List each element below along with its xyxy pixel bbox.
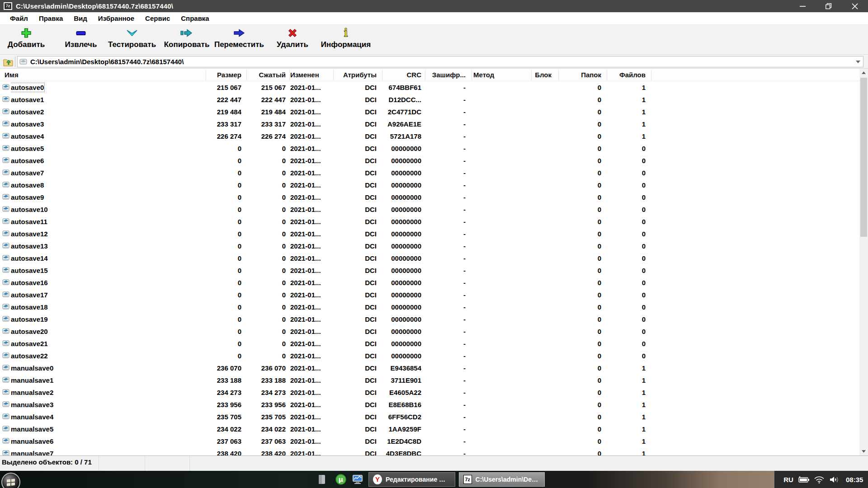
table-row[interactable]: autosave14002021-01...DCI00000000-00	[0, 252, 859, 264]
extract-button[interactable]: Извлечь	[52, 27, 110, 53]
table-row[interactable]: manualsave0236 070236 0702021-01...DCIE9…	[0, 362, 859, 374]
item-encrypted: -	[410, 179, 466, 191]
clock[interactable]: 08:35	[846, 476, 863, 483]
table-row[interactable]: autosave11002021-01...DCI00000000-00	[0, 216, 859, 228]
table-row[interactable]: autosave5002021-01...DCI00000000-00	[0, 142, 859, 155]
speaker-icon[interactable]	[827, 476, 842, 483]
scrollbar-thumb[interactable]	[860, 78, 867, 237]
table-row[interactable]: autosave2219 484219 4842021-01...DCI2C47…	[0, 106, 859, 118]
item-files: 1	[590, 386, 646, 399]
table-row[interactable]: autosave20002021-01...DCI00000000-00	[0, 325, 859, 338]
item-block	[497, 362, 552, 374]
table-row[interactable]: autosave0215 067215 0672021-01...DCI674B…	[0, 81, 859, 94]
table-row[interactable]: autosave10002021-01...DCI00000000-00	[0, 203, 859, 216]
column-header-block[interactable]: Блок	[497, 69, 552, 81]
table-row[interactable]: autosave13002021-01...DCI00000000-00	[0, 240, 859, 252]
minimize-button[interactable]	[789, 0, 816, 12]
menu-item-5[interactable]: Справка	[175, 14, 214, 22]
scroll-down-icon[interactable]	[859, 447, 868, 455]
menu-item-2[interactable]: Вид	[68, 14, 93, 22]
add-button[interactable]: Добавить	[0, 27, 56, 53]
column-header-files[interactable]: Файлов	[590, 69, 646, 81]
table-row[interactable]: autosave21002021-01...DCI00000000-00	[0, 338, 859, 350]
table-row[interactable]: manualsave4235 705235 7052021-01...DCI6F…	[0, 411, 859, 423]
close-button[interactable]	[842, 0, 868, 12]
item-encrypted: -	[410, 118, 466, 130]
table-row[interactable]: autosave22002021-01...DCI00000000-00	[0, 350, 859, 362]
start-button[interactable]	[1, 473, 20, 488]
move-button[interactable]: Переместить	[210, 27, 269, 53]
item-encrypted: -	[410, 435, 466, 447]
add-icon	[20, 27, 32, 39]
archive-item-icon	[2, 96, 9, 104]
table-row[interactable]: autosave19002021-01...DCI00000000-00	[0, 313, 859, 325]
table-row[interactable]: autosave15002021-01...DCI00000000-00	[0, 264, 859, 277]
table-row[interactable]: autosave7002021-01...DCI00000000-00	[0, 167, 859, 179]
scroll-up-icon[interactable]	[859, 69, 868, 77]
table-row[interactable]: autosave1222 447222 4472021-01...DCID12D…	[0, 94, 859, 106]
wifi-icon[interactable]	[811, 476, 827, 483]
table-row[interactable]: autosave17002021-01...DCI00000000-00	[0, 289, 859, 301]
system-tray: RU 08:35	[774, 471, 868, 488]
archive-item-icon	[2, 389, 9, 397]
menu-item-1[interactable]: Правка	[33, 14, 68, 22]
table-row[interactable]: autosave9002021-01...DCI00000000-00	[0, 191, 859, 203]
archive-item-icon	[2, 401, 9, 409]
item-block	[497, 203, 552, 216]
taskbar-monitor-chart-icon[interactable]	[352, 474, 363, 484]
table-row[interactable]: autosave3233 317233 3172021-01...DCIA926…	[0, 118, 859, 130]
restore-button[interactable]	[816, 0, 842, 12]
taskbar-explorer-icon[interactable]	[316, 474, 327, 484]
item-encrypted: -	[410, 277, 466, 289]
chevron-down-icon[interactable]	[854, 57, 862, 66]
copy-button[interactable]: Копировать	[157, 27, 216, 53]
table-row[interactable]: autosave18002021-01...DCI00000000-00	[0, 301, 859, 313]
battery-icon[interactable]	[796, 476, 811, 483]
table-row[interactable]: manualsave7238 420238 4202021-01...DCI4D…	[0, 447, 859, 455]
table-row[interactable]: autosave4226 274226 2742021-01...DCI5721…	[0, 130, 859, 142]
column-header-packed[interactable]: Сжатый	[227, 69, 286, 81]
menu-item-0[interactable]: Файл	[5, 14, 33, 22]
archive-item-icon	[2, 328, 9, 336]
column-separator	[607, 70, 607, 80]
column-separator	[472, 70, 472, 80]
item-block	[497, 142, 552, 155]
archive-item-icon	[2, 413, 9, 422]
folder-up-button[interactable]	[2, 56, 14, 67]
item-block	[497, 325, 552, 338]
table-row[interactable]: manualsave2234 273234 2732021-01...DCIE4…	[0, 386, 859, 399]
table-row[interactable]: manualsave1233 188233 1882021-01...DCI37…	[0, 374, 859, 386]
info-button[interactable]: iИнформация	[316, 27, 375, 53]
test-button[interactable]: Тестировать	[103, 27, 161, 53]
language-indicator[interactable]: RU	[781, 476, 796, 483]
vertical-scrollbar[interactable]	[859, 69, 868, 455]
delete-button[interactable]: Удалить	[263, 27, 322, 53]
item-packed: 233 956	[227, 399, 286, 411]
table-row[interactable]: manualsave6237 063237 0632021-01...DCI1E…	[0, 435, 859, 447]
table-row[interactable]: manualsave5234 022234 0222021-01...DCI1A…	[0, 423, 859, 435]
item-name: autosave2	[11, 106, 198, 118]
table-row[interactable]: autosave8002021-01...DCI00000000-00	[0, 179, 859, 191]
taskbar-button-yandex[interactable]: YРедактирование — Я...	[368, 472, 455, 487]
column-header-encrypted[interactable]: Зашифр...	[410, 69, 466, 81]
menu-item-4[interactable]: Сервис	[140, 14, 175, 22]
item-encrypted: -	[410, 142, 466, 155]
taskbar-utorrent-icon[interactable]: µ	[335, 474, 346, 484]
item-packed: 219 484	[227, 106, 286, 118]
table-row[interactable]: autosave12002021-01...DCI00000000-00	[0, 228, 859, 240]
column-separator	[531, 70, 532, 80]
item-block	[497, 81, 552, 94]
item-name: autosave3	[11, 118, 198, 130]
item-encrypted: -	[410, 81, 466, 94]
item-encrypted: -	[410, 106, 466, 118]
table-row[interactable]: autosave6002021-01...DCI00000000-00	[0, 155, 859, 167]
table-row[interactable]: autosave16002021-01...DCI00000000-00	[0, 277, 859, 289]
address-combo[interactable]: C:\Users\admin\Desktop\68157440.7z\68157…	[17, 56, 863, 67]
menu-item-3[interactable]: Избранное	[93, 14, 140, 22]
item-packed: 0	[227, 179, 286, 191]
column-header-name[interactable]: Имя	[5, 69, 199, 81]
table-row[interactable]: manualsave3233 956233 9562021-01...DCIE8…	[0, 399, 859, 411]
taskbar-button-7zip[interactable]: 7zC:\Users\admin\Deskt...	[459, 472, 545, 487]
item-block	[497, 228, 552, 240]
item-packed: 215 067	[227, 81, 286, 94]
